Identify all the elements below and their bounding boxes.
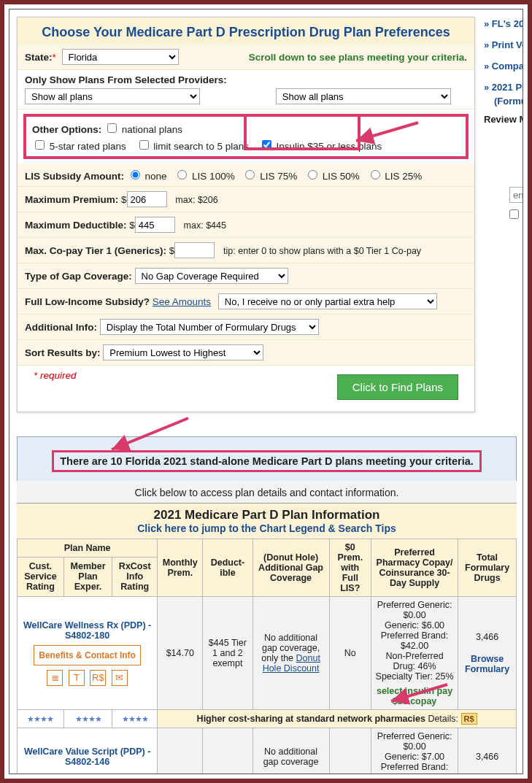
results-title-block: 2021 Medicare Part D Plan Information Cl… xyxy=(17,503,517,541)
max-premium-input[interactable] xyxy=(127,191,167,207)
plan2-name-link[interactable]: WellCare Value Script (PDP) - S4802-146 xyxy=(20,747,154,767)
lis-100-radio[interactable]: LIS 100% xyxy=(174,171,234,182)
plan2-deduct: $445 xyxy=(203,728,252,775)
copay-line: Generic: $7.00 xyxy=(374,752,455,762)
gap-label: Type of Gap Coverage: xyxy=(25,271,132,282)
rx-icon[interactable]: R$ xyxy=(90,670,106,686)
side-link-print[interactable]: Print Ve xyxy=(484,39,523,50)
sort-label: Sort Results by: xyxy=(25,347,101,358)
copay-line: Generic: $6.00 xyxy=(374,620,455,630)
stars-rxcost: ★★★★ xyxy=(122,714,148,723)
provider-select-1[interactable]: Show all plans xyxy=(25,88,200,104)
gap-select[interactable]: No Gap Coverage Required xyxy=(135,268,288,284)
th-pref: Preferred Pharmacy Copay/ Coinsurance 30… xyxy=(371,539,458,597)
full-lis-select[interactable]: No, I receive no or only partial extra h… xyxy=(218,293,437,309)
email-label: E xyxy=(484,176,523,187)
higher-details-label: Details: xyxy=(428,714,458,724)
form-title: Choose Your Medicare Part D Prescription… xyxy=(18,18,474,45)
max-deduct-label: Maximum Deductible: xyxy=(25,220,127,231)
side-link-2021pdp[interactable]: 2021 PD xyxy=(484,82,523,93)
rx-pill-icon[interactable]: R$ xyxy=(461,713,477,725)
mail-icon[interactable]: ✉ xyxy=(112,670,128,686)
provider-select-2[interactable]: Show all plans xyxy=(276,88,451,104)
lis-50-radio[interactable]: LIS 50% xyxy=(304,171,360,182)
lis-25-radio[interactable]: LIS 25% xyxy=(367,171,423,182)
higher-cost-note: Higher cost-sharing at standard network … xyxy=(197,714,425,724)
plan1-zero: No xyxy=(329,597,371,710)
insulin-copay-note: select insulin pay $35 copay xyxy=(374,686,455,706)
state-label: State: xyxy=(25,52,53,63)
side-link-compare[interactable]: Compar xyxy=(484,61,523,72)
max-copay-label: Max. Co-pay Tier 1 (Generics): xyxy=(25,245,166,256)
max-premium-label: Maximum Premium: xyxy=(25,194,118,205)
results-subtitle: Click below to access plan details and c… xyxy=(17,481,517,504)
chart-legend-link[interactable]: Click here to jump to the Chart Legend &… xyxy=(24,522,509,534)
copay-line: Preferred Generic: $0.00 xyxy=(374,600,455,620)
side-link-formulary[interactable]: (Formul xyxy=(494,96,523,107)
email-input[interactable] xyxy=(509,187,523,203)
plan1-total: 3,466 xyxy=(461,632,513,642)
th-monthly: Monthly Prem. xyxy=(158,539,203,597)
lis-75-radio[interactable]: LIS 75% xyxy=(242,171,297,182)
review-heading: Review M xyxy=(484,114,523,125)
plan2-total: 3,466 xyxy=(458,728,517,775)
addl-info-label: Additional Info: xyxy=(25,322,97,333)
max-deduct-input[interactable] xyxy=(135,217,175,233)
state-select[interactable]: Florida xyxy=(62,49,179,65)
max-copay-tip: tip: enter 0 to show plans with a $0 Tie… xyxy=(223,246,421,256)
table-row: WellCare Wellness Rx (PDP) - S4802-180 B… xyxy=(18,597,517,710)
required-note: * required xyxy=(25,364,85,387)
plan2-gap: No additional gap coverage xyxy=(252,728,329,775)
copay-line: Preferred Generic: $0.00 xyxy=(374,731,455,752)
limit-5-checkbox[interactable]: limit search to 5 plans xyxy=(136,141,249,152)
copay-line: Preferred Brand: $42.00 xyxy=(374,630,455,651)
text-icon[interactable]: T xyxy=(69,670,85,686)
copay-line: Preferred Brand: $43.00 xyxy=(374,762,455,774)
stars-cust: ★★★★ xyxy=(27,714,53,723)
results-title: 2021 Medicare Part D Plan Information xyxy=(24,508,509,522)
copay-line: Specialty Tier: 25% xyxy=(374,671,455,682)
doc-icon[interactable]: ≣ xyxy=(47,670,63,686)
max-copay-input[interactable] xyxy=(174,242,215,258)
sort-select[interactable]: Premium Lowest to Highest xyxy=(103,344,263,360)
providers-label: Only Show Plans From Selected Providers: xyxy=(25,74,467,85)
th-gap: (Donut Hole) Additional Gap Coverage xyxy=(252,539,329,597)
th-zero: $0 Prem. with Full LIS? xyxy=(329,539,371,597)
dollar-sign: $ xyxy=(129,220,135,231)
plan1-name-link[interactable]: WellCare Wellness Rx (PDP) - S4802-180 xyxy=(20,620,154,641)
dollar-sign: $ xyxy=(121,194,127,205)
dollar-sign: $ xyxy=(169,245,175,256)
lis-none-radio[interactable]: none xyxy=(127,171,167,182)
results-banner: There are 10 Florida 2021 stand-alone Me… xyxy=(52,450,482,472)
browse-formulary-link[interactable]: Browse Formulary xyxy=(461,654,513,674)
full-lis-label: Full Low-Income Subsidy? xyxy=(25,296,150,307)
preferences-form: Choose Your Medicare Part D Prescription… xyxy=(17,17,475,412)
copay-line: Non-Preferred Drug: 46% xyxy=(374,651,455,671)
plan-table: Plan Name Monthly Prem. Deduct-ible (Don… xyxy=(17,539,517,774)
national-plans-checkbox[interactable]: national plans xyxy=(104,124,182,135)
th-total: Total Formulary Drugs xyxy=(458,539,517,597)
insulin-checkbox[interactable]: Insulin $35 or less plans xyxy=(259,141,382,152)
stars-member: ★★★★ xyxy=(75,714,101,723)
results-banner-wrap: There are 10 Florida 2021 stand-alone Me… xyxy=(17,436,517,486)
max-premium-hint: max: $206 xyxy=(175,195,217,205)
sidebar-links: FL's 202 Print Ve Compar 2021 PD (Formul… xyxy=(484,18,523,221)
th-plan-name: Plan Name xyxy=(18,539,158,558)
lis-label: LIS Subsidy Amount: xyxy=(25,171,124,182)
required-star: * xyxy=(53,52,56,63)
th-deduct: Deduct-ible xyxy=(203,539,252,597)
scroll-note: Scroll down to see plans meeting your cr… xyxy=(249,52,467,63)
other-options-highlight: Other Options: national plans 5-star rat… xyxy=(23,114,469,159)
other-options-label: Other Options: xyxy=(32,124,101,135)
side-link-fl2021[interactable]: FL's 202 xyxy=(484,18,523,29)
plan1-benefits-button[interactable]: Benefits & Contact Info xyxy=(34,645,141,666)
addl-info-select[interactable]: Display the Total Number of Formulary Dr… xyxy=(100,319,319,335)
table-row-stars: ★★★★ ★★★★ ★★★★ Higher cost-sharing at st… xyxy=(18,710,517,728)
th-member: Member Plan Exper. xyxy=(63,557,112,596)
see-amounts-link[interactable]: See Amounts xyxy=(153,296,211,307)
plan1-deduct: $445 Tier 1 and 2 exempt xyxy=(203,597,252,710)
max-deduct-hint: max: $445 xyxy=(184,220,226,231)
free-checkbox[interactable] xyxy=(509,209,519,219)
find-plans-button[interactable]: Click to Find Plans xyxy=(337,374,458,400)
five-star-checkbox[interactable]: 5-star rated plans xyxy=(32,141,126,152)
